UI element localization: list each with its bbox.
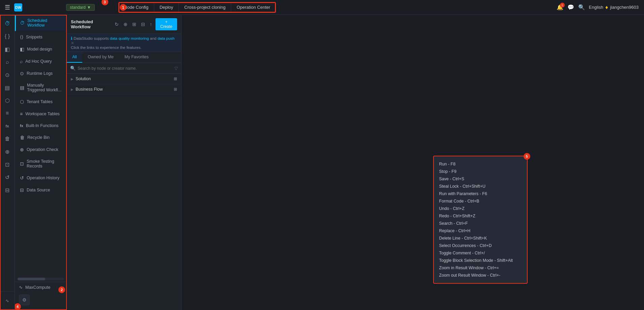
annotation-5: 5: [524, 153, 530, 160]
smoke-testing-icon: ⊡: [20, 161, 24, 166]
nav-item-runtime-logs[interactable]: ⊙ Runtime Logs: [15, 67, 66, 80]
data-push-link[interactable]: data push: [158, 36, 175, 40]
settings-button[interactable]: ⚙: [19, 294, 30, 305]
nav-item-manually-triggered[interactable]: ▤ Manually Triggered Workfl...: [15, 80, 66, 96]
sidebar-icon-runtime[interactable]: ⊙: [1, 69, 13, 81]
nav-item-data-source[interactable]: ⊟ Data Source: [15, 184, 66, 196]
shortcut-steal-lock: Steal Lock - Ctrl+Shift+U: [439, 183, 522, 190]
sidebar-icon-smoke[interactable]: ⊡: [1, 158, 13, 170]
nav-item-scheduled-workflow[interactable]: ⏱ Scheduled Workflow: [15, 15, 66, 31]
tab-favorites[interactable]: My Favorites: [119, 52, 154, 63]
built-in-icon: fx: [20, 124, 23, 128]
nav-item-snippets[interactable]: ⟨⟩ Snippets: [15, 31, 66, 43]
add-btn[interactable]: ⊕: [122, 21, 129, 28]
grid1-btn[interactable]: ⊞: [131, 21, 138, 28]
create-button[interactable]: + Create: [156, 18, 177, 30]
shortcut-save-label: Save - Ctrl+S: [439, 177, 522, 181]
grid2-btn[interactable]: ⊟: [140, 21, 146, 28]
solution-grid-icon: ⊞: [174, 76, 177, 81]
scrollbar[interactable]: [18, 278, 64, 280]
nav-deploy[interactable]: Deploy: [154, 2, 179, 12]
header-right: 🔔 1 💬 🔍 English ♦ jiangchen9603: [557, 4, 644, 10]
nav-operation-center[interactable]: Operation Center: [231, 2, 276, 12]
nav-item-model-design[interactable]: ◧ Model design: [15, 43, 66, 55]
sidebar-icon-scheduled[interactable]: ⏱: [1, 18, 13, 30]
help-btn[interactable]: 💬: [567, 4, 574, 10]
search-btn[interactable]: 🔍: [578, 4, 585, 10]
nav-item-smoke-testing[interactable]: ⊡ Smoke Testing Records: [15, 156, 66, 172]
filter-icon[interactable]: ▽: [174, 66, 178, 71]
info-bar: ℹ DataStudio supports data quality monit…: [67, 34, 181, 52]
tree-row-solution[interactable]: ▶ Solution ⊞: [67, 74, 181, 84]
content-panel-title: Scheduled Workflow: [71, 19, 113, 29]
user-badge[interactable]: English ♦ jiangchen9603: [589, 4, 639, 10]
sidebar-icon-adhoc[interactable]: ⌕: [1, 56, 13, 68]
content-toolbar: ↻ ⊕ ⊞ ⊟ ↑ + Create: [113, 18, 177, 30]
export-btn[interactable]: ↑: [148, 21, 153, 28]
sidebar-icon-recycle[interactable]: 🗑: [1, 133, 13, 145]
shortcut-format: Format Code - Ctrl+B: [439, 197, 522, 205]
sidebar-icon-workspace[interactable]: ≡: [1, 107, 13, 119]
sidebar-icon-datasource[interactable]: ⊟: [1, 184, 13, 196]
shortcut-steal-lock-label: Steal Lock - Ctrl+Shift+U: [439, 184, 522, 189]
shortcut-toggle-comment: Toggle Comment - Ctrl+/: [439, 249, 522, 257]
header-left: ☰ DW: [0, 2, 61, 12]
snippets-icon: ⟨⟩: [20, 34, 23, 40]
sidebar-icon-model[interactable]: ◧: [1, 43, 13, 55]
nav-item-tenant-tables[interactable]: ⬡ Tenant Tables: [15, 96, 66, 108]
tab-row: All Owned by Me My Favorites: [67, 52, 181, 63]
left-nav: ⏱ Scheduled Workflow ⟨⟩ Snippets ◧ Model…: [15, 15, 67, 310]
nav-label-workspace: Workspace Tables: [25, 112, 60, 116]
nav-item-recycle-bin[interactable]: 🗑 Recycle Bin: [15, 131, 66, 144]
shortcut-undo: Undo - Ctrl+Z: [439, 205, 522, 212]
content-panel: Scheduled Workflow ↻ ⊕ ⊞ ⊟ ↑ + Create ℹ …: [67, 15, 181, 310]
nav-item-operation-check[interactable]: ⊕ Operation Check: [15, 144, 66, 156]
sidebar-icon-snippets[interactable]: { }: [1, 30, 13, 42]
annotation-1: 1: [120, 4, 127, 11]
tab-owned[interactable]: Owned by Me: [82, 52, 119, 63]
nav-label-scheduled: Scheduled Workflow: [27, 18, 62, 28]
env-arrow: ▼: [87, 5, 91, 10]
nav-item-built-in[interactable]: fx Built-In Functions: [15, 120, 66, 131]
shortcut-format-label: Format Code - Ctrl+B: [439, 199, 522, 204]
sidebar-icon-ophist[interactable]: ↺: [1, 171, 13, 183]
icon-sidebar: ⏱ { } ◧ ⌕ ⊙ ▤ ⬡ ≡ fx 🗑 ⊕ ⊡ ↺ ⊟ ∿: [0, 15, 15, 310]
search-input[interactable]: [78, 66, 172, 71]
operation-history-icon: ↺: [20, 175, 24, 181]
sidebar-icon-manual[interactable]: ▤: [1, 82, 13, 94]
shortcut-zoom-out-label: Zoom out Result Window - Ctrl+-: [439, 273, 522, 278]
main-layout: ⏱ { } ◧ ⌕ ⊙ ▤ ⬡ ≡ fx 🗑 ⊕ ⊡ ↺ ⊟ ∿ ⏱ Sched…: [0, 15, 644, 310]
shortcut-run-label: Run - F8: [439, 162, 522, 166]
nav-label-tenant: Tenant Tables: [27, 99, 53, 104]
tab-all[interactable]: All: [67, 52, 82, 63]
nav-label-ophist: Operation History: [27, 176, 59, 180]
menu-icon[interactable]: ☰: [3, 2, 11, 12]
shortcut-search: Search - Ctrl+F: [439, 220, 522, 227]
logo-icon: DW: [14, 3, 22, 11]
shortcut-select-occ: Select Occurrences - Ctrl+D: [439, 242, 522, 249]
nav-item-operation-history[interactable]: ↺ Operation History: [15, 172, 66, 184]
data-quality-link[interactable]: data quality monitoring: [110, 36, 149, 40]
nav-cross-project[interactable]: Cross-project cloning: [179, 2, 231, 12]
refresh-btn[interactable]: ↻: [113, 21, 120, 28]
env-badge[interactable]: standard ▼: [66, 4, 95, 11]
header-nav: Node Config Deploy Cross-project cloning…: [118, 2, 276, 13]
nav-item-adhoc[interactable]: ⌕ Ad Hoc Query: [15, 55, 66, 67]
sidebar-icon-opcheck[interactable]: ⊕: [1, 146, 13, 158]
nav-item-workspace-tables[interactable]: ≡ Workspace Tables: [15, 108, 66, 120]
operation-check-icon: ⊕: [20, 147, 24, 152]
nav-label-recycle: Recycle Bin: [27, 135, 50, 140]
sidebar-icon-maxcompute[interactable]: ∿: [1, 294, 13, 307]
notification-btn[interactable]: 🔔 1: [557, 4, 563, 10]
tree-row-business-flow[interactable]: ▶ Business Flow ⊞: [67, 84, 181, 95]
settings-gear-icon: ⚙: [22, 297, 27, 303]
sidebar-icon-builtin[interactable]: fx: [1, 120, 13, 132]
shortcut-zoom-in-label: Zoom in Result Window - Ctrl+=: [439, 266, 522, 270]
sidebar-icon-tenant[interactable]: ⬡: [1, 94, 13, 106]
shortcut-select-occ-label: Select Occurrences - Ctrl+D: [439, 243, 522, 248]
info-close[interactable]: ✕: [71, 41, 74, 45]
shortcut-delete-line: Delete Line - Ctrl+Shift+K: [439, 235, 522, 242]
workspace-tables-icon: ≡: [20, 111, 23, 117]
shortcut-search-label: Search - Ctrl+F: [439, 221, 522, 226]
shortcut-run: Run - F8: [439, 160, 522, 168]
